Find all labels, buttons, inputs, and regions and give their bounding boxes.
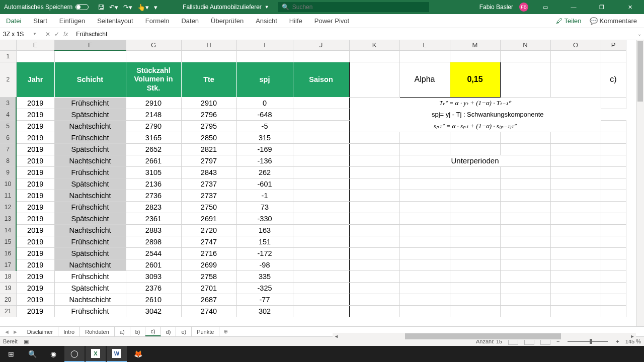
confirm-formula-icon[interactable]: ✓ <box>54 31 59 38</box>
side-c-label[interactable]: c) <box>601 62 626 97</box>
redo-icon[interactable]: ↷▾ <box>123 4 132 11</box>
cell[interactable] <box>550 166 601 178</box>
row-header-10[interactable]: 10 <box>0 178 16 190</box>
search-input[interactable] <box>292 4 368 11</box>
autosave-toggle[interactable]: Automatisches Speichern <box>0 4 93 11</box>
cell[interactable] <box>601 259 626 270</box>
cell[interactable]: Spätschicht <box>54 178 126 190</box>
cell[interactable] <box>349 224 399 236</box>
cell[interactable]: Frühschicht <box>54 132 126 143</box>
cell[interactable] <box>550 305 601 317</box>
cell[interactable] <box>399 190 450 201</box>
cell[interactable]: 151 <box>236 236 293 247</box>
cell[interactable] <box>601 178 626 190</box>
cell[interactable] <box>126 50 181 62</box>
cell[interactable] <box>399 166 450 178</box>
cell[interactable]: 2843 <box>181 166 236 178</box>
cell[interactable]: 2701 <box>181 282 236 294</box>
cell[interactable]: 2797 <box>181 155 236 166</box>
cell[interactable]: -98 <box>236 259 293 270</box>
cell[interactable] <box>293 224 349 236</box>
start-button[interactable]: ⊞ <box>1 346 21 362</box>
cell[interactable]: 2747 <box>181 236 236 247</box>
row-header-13[interactable]: 13 <box>0 213 16 224</box>
cell[interactable] <box>550 224 601 236</box>
cell[interactable] <box>450 166 500 178</box>
cell[interactable]: Frühschicht <box>54 270 126 282</box>
cell[interactable]: Spätschicht <box>54 247 126 259</box>
cell[interactable] <box>293 190 349 201</box>
undo-icon[interactable]: ↶▾ <box>109 4 118 11</box>
col-header-O[interactable]: O <box>550 40 601 50</box>
cell[interactable]: 2019 <box>16 178 54 190</box>
expand-formula-icon[interactable]: ⌄ <box>635 31 644 37</box>
cell[interactable] <box>349 62 399 97</box>
cell[interactable] <box>601 201 626 213</box>
cell[interactable] <box>293 120 349 132</box>
cell[interactable]: 2610 <box>126 294 181 305</box>
cell[interactable] <box>293 270 349 282</box>
touch-mode-icon[interactable]: 👆▾ <box>137 4 149 11</box>
cell[interactable]: -601 <box>236 178 293 190</box>
cell[interactable]: Nachtschicht <box>54 259 126 270</box>
cell[interactable] <box>601 190 626 201</box>
sheet-tab-a[interactable]: a) <box>115 327 130 336</box>
cell[interactable]: 262 <box>236 166 293 178</box>
row-header-5[interactable]: 5 <box>0 120 16 132</box>
row-header-4[interactable]: 4 <box>0 109 16 120</box>
cell[interactable]: Nachtschicht <box>54 120 126 132</box>
cell[interactable]: Spätschicht <box>54 282 126 294</box>
row-header-18[interactable]: 18 <box>0 270 16 282</box>
cell[interactable]: 73 <box>236 201 293 213</box>
cell[interactable]: 2699 <box>181 259 236 270</box>
sheet-tab-b[interactable]: b) <box>130 327 146 336</box>
cell[interactable] <box>550 190 601 201</box>
scrollbar-thumb[interactable] <box>405 333 561 339</box>
row-header-19[interactable]: 19 <box>0 282 16 294</box>
cell[interactable]: 2850 <box>181 132 236 143</box>
header-tte[interactable]: Tte <box>181 62 236 97</box>
cell[interactable]: 3042 <box>126 305 181 317</box>
cell[interactable]: 2910 <box>126 97 181 109</box>
cell[interactable] <box>349 201 399 213</box>
cell[interactable] <box>550 213 601 224</box>
cell[interactable] <box>293 155 349 166</box>
cell[interactable] <box>293 236 349 247</box>
cell[interactable] <box>601 120 626 132</box>
cell[interactable]: 2898 <box>126 236 181 247</box>
cell[interactable]: 3165 <box>126 132 181 143</box>
cell[interactable] <box>500 132 550 143</box>
cell[interactable]: 2148 <box>126 109 181 120</box>
sheet-tab-punkte[interactable]: Punkte <box>192 327 219 336</box>
sheet-tab-intro[interactable]: Intro <box>58 327 80 336</box>
cell[interactable]: 2019 <box>16 132 54 143</box>
avatar[interactable]: FB <box>519 3 528 12</box>
cell[interactable] <box>293 109 349 120</box>
sheet-tab-e[interactable]: e) <box>176 327 192 336</box>
cell[interactable]: 3105 <box>126 166 181 178</box>
cell[interactable] <box>601 50 626 62</box>
tab-einfuegen[interactable]: Einfügen <box>53 14 91 28</box>
cell[interactable]: 2019 <box>16 109 54 120</box>
col-header-M[interactable]: M <box>450 40 500 50</box>
cell[interactable]: 2019 <box>16 294 54 305</box>
cell[interactable] <box>399 259 450 270</box>
cell[interactable]: -330 <box>236 213 293 224</box>
cell[interactable] <box>500 213 550 224</box>
cell[interactable] <box>293 166 349 178</box>
cell[interactable] <box>601 143 626 155</box>
cell[interactable] <box>399 213 450 224</box>
cell[interactable] <box>500 143 550 155</box>
cell[interactable] <box>349 236 399 247</box>
taskbar-obs[interactable]: ◯ <box>64 346 85 362</box>
cell[interactable] <box>550 178 601 190</box>
cell[interactable] <box>349 178 399 190</box>
cell[interactable]: 2750 <box>181 201 236 213</box>
cell[interactable] <box>500 62 550 97</box>
col-header-G[interactable]: G <box>126 40 181 50</box>
cell[interactable] <box>601 236 626 247</box>
cell[interactable] <box>349 50 399 62</box>
row-header-21[interactable]: 21 <box>0 305 16 317</box>
cell[interactable] <box>601 97 626 109</box>
cell[interactable]: 2823 <box>126 201 181 213</box>
